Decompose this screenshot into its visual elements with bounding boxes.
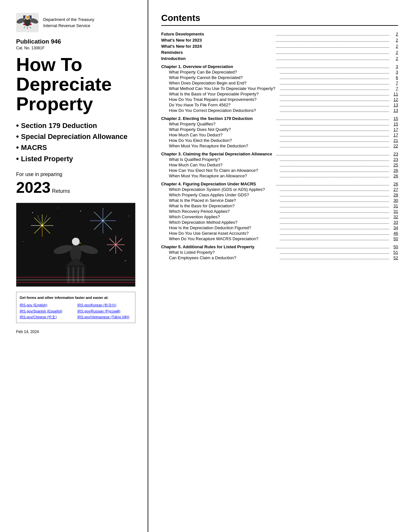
toc-entry-18: How Do You Elect the Deduction?21 — [161, 138, 398, 143]
toc-entry-17: How Much Can You Deduct?17 — [161, 133, 398, 137]
toc-entry-20: Chapter 3. Claiming the Special Deprecia… — [161, 152, 398, 156]
cover-image-svg — [16, 203, 135, 286]
toc-page-4[interactable]: 2 — [390, 56, 398, 61]
toc-page-30[interactable]: 31 — [390, 209, 398, 214]
toc-dots-27 — [280, 196, 389, 196]
toc-label-0: Future Developments — [161, 32, 275, 36]
toc-label-1: What's New for 2023 — [161, 38, 275, 43]
toc-label-28: What Is the Placed in Service Date? — [169, 198, 279, 203]
toc-dots-8 — [280, 84, 389, 84]
toc-page-32[interactable]: 33 — [390, 220, 398, 225]
toc-label-27: Which Property Class Applies Under GDS? — [169, 192, 279, 197]
toc-page-10[interactable]: 11 — [390, 92, 398, 96]
toc-entry-9: What Method Can You Use To Depreciate Yo… — [161, 86, 398, 91]
toc-page-29[interactable]: 31 — [390, 203, 398, 208]
toc-entry-14: Chapter 2. Electing the Section 179 Dedu… — [161, 116, 398, 121]
toc-entry-33: How Is the Depreciation Deduction Figure… — [161, 225, 398, 230]
toc-page-3[interactable]: 2 — [390, 50, 398, 55]
toc-page-16[interactable]: 17 — [390, 127, 398, 132]
toc-entry-29: What Is the Basis for Depreciation?31 — [161, 203, 398, 208]
toc-page-13[interactable]: 13 — [390, 108, 398, 113]
toc-label-3: Reminders — [161, 50, 275, 55]
toc-entry-6: What Property Can Be Depreciated?3 — [161, 70, 398, 74]
toc-page-31[interactable]: 32 — [390, 214, 398, 219]
toc-page-9[interactable]: 7 — [390, 86, 398, 91]
toc-page-8[interactable]: 7 — [390, 81, 398, 85]
toc-dots-38 — [280, 259, 389, 259]
toc-page-7[interactable]: 6 — [390, 75, 398, 80]
toc-label-11: How Do You Treat Repairs and Improvement… — [169, 97, 279, 102]
for-use-text: For use in preparing — [16, 172, 138, 177]
link-russian[interactable]: IRS.gov/Russian (Русский) — [77, 308, 132, 314]
toc-label-34: How Do You Use General Asset Accounts? — [169, 231, 279, 236]
toc-entry-4: Introduction2 — [161, 56, 398, 61]
toc-page-38[interactable]: 52 — [390, 255, 398, 260]
toc-page-1[interactable]: 2 — [390, 38, 398, 43]
toc-page-22[interactable]: 25 — [390, 163, 398, 167]
link-chinese[interactable]: IRS.gov/Chinese (中文) — [20, 314, 74, 320]
toc-page-25[interactable]: 26 — [390, 182, 398, 186]
svg-rect-57 — [82, 267, 84, 283]
link-korean[interactable]: IRS.gov/Korean (한국어) — [77, 302, 132, 308]
svg-rect-64 — [16, 277, 135, 278]
toc-dots-14 — [276, 120, 389, 120]
toc-label-14: Chapter 2. Electing the Section 179 Dedu… — [161, 116, 275, 121]
toc-entry-36: Chapter 5. Additional Rules for Listed P… — [161, 244, 398, 249]
toc-page-33[interactable]: 34 — [390, 225, 398, 230]
toc-dots-32 — [280, 223, 389, 224]
toc-page-23[interactable]: 26 — [390, 168, 398, 173]
link-english[interactable]: IRS.gov (English) — [20, 302, 74, 308]
agency-info: Department of the Treasury Internal Reve… — [43, 16, 94, 29]
toc-page-36[interactable]: 50 — [390, 244, 398, 249]
bullet-item-2: Special Depreciation Allowance — [16, 131, 138, 142]
toc-entry-25: Chapter 4. Figuring Depreciation Under M… — [161, 182, 398, 186]
toc-label-5: Chapter 1. Overview of Depreciation — [161, 64, 275, 69]
toc-page-18[interactable]: 21 — [390, 138, 398, 143]
toc-label-8: When Does Depreciation Begin and End? — [169, 81, 279, 85]
toc-entry-1: What's New for 20232 — [161, 38, 398, 43]
toc-page-5[interactable]: 3 — [390, 64, 398, 69]
toc-page-21[interactable]: 23 — [390, 157, 398, 162]
toc-entry-10: What Is the Basis of Your Depreciable Pr… — [161, 92, 398, 96]
toc-page-35[interactable]: 50 — [390, 236, 398, 241]
toc-label-4: Introduction — [161, 56, 275, 61]
toc-entry-11: How Do You Treat Repairs and Improvement… — [161, 97, 398, 102]
toc-page-17[interactable]: 17 — [390, 133, 398, 137]
toc-label-21: What Is Qualified Property? — [169, 157, 279, 162]
toc-page-34[interactable]: 46 — [390, 231, 398, 236]
toc-entry-12: Do You Have To File Form 4562?13 — [161, 103, 398, 107]
svg-point-62 — [23, 241, 23, 242]
toc-label-10: What Is the Basis of Your Depreciable Pr… — [169, 92, 279, 96]
toc-page-12[interactable]: 13 — [390, 103, 398, 107]
toc-entry-22: How Much Can You Deduct?25 — [161, 163, 398, 167]
toc-page-15[interactable]: 15 — [390, 122, 398, 126]
toc-page-2[interactable]: 2 — [390, 44, 398, 49]
toc-entry-35: When Do You Recapture MACRS Depreciation… — [161, 236, 398, 241]
toc-entry-26: Which Depreciation System (GDS or ADS) A… — [161, 187, 398, 192]
toc-dots-0 — [276, 35, 389, 35]
toc-page-26[interactable]: 27 — [390, 187, 398, 192]
toc-page-14[interactable]: 15 — [390, 116, 398, 121]
page: Department of the Treasury Internal Reve… — [0, 0, 411, 532]
bullet-item-1: Section 179 Deduction — [16, 120, 138, 131]
toc-page-6[interactable]: 3 — [390, 70, 398, 74]
toc-page-11[interactable]: 12 — [390, 97, 398, 102]
link-vietnamese[interactable]: IRS.gov/Vietnamese (Tiếng Việt) — [77, 314, 132, 320]
toc-page-20[interactable]: 23 — [390, 152, 398, 156]
toc-page-27[interactable]: 28 — [390, 192, 398, 197]
toc-page-37[interactable]: 51 — [390, 250, 398, 255]
toc-page-24[interactable]: 26 — [390, 173, 398, 178]
returns-text: Returns — [51, 188, 70, 194]
toc-entry-24: When Must You Recapture an Allowance?26 — [161, 173, 398, 178]
cover-image — [16, 203, 135, 287]
toc-entry-32: Which Depreciation Method Applies?33 — [161, 220, 398, 225]
toc-page-19[interactable]: 22 — [390, 143, 398, 148]
link-spanish[interactable]: IRS.gov/Spanish (Español) — [20, 308, 74, 314]
toc-entry-3: Reminders2 — [161, 50, 398, 55]
svg-point-49 — [72, 238, 80, 245]
toc-page-0[interactable]: 2 — [390, 32, 398, 36]
agency-line1: Department of the Treasury — [43, 16, 94, 23]
toc-label-35: When Do You Recapture MACRS Depreciation… — [169, 236, 279, 241]
title-line3: Property — [16, 93, 93, 114]
toc-page-28[interactable]: 30 — [390, 198, 398, 203]
